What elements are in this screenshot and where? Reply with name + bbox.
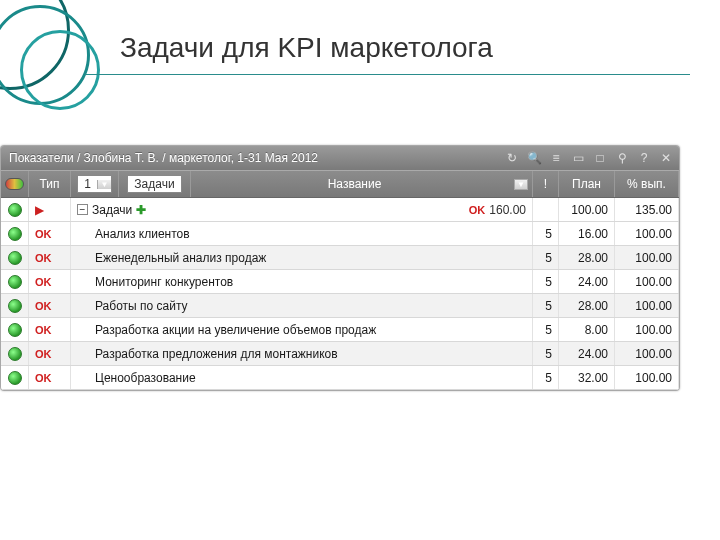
chevron-down-icon[interactable]: ▼ — [514, 179, 528, 190]
collapse-toggle[interactable]: − — [77, 204, 88, 215]
pct-header[interactable]: % вып. — [615, 171, 679, 197]
status-green-icon — [8, 227, 22, 241]
ok-badge: OK — [35, 276, 52, 288]
name-header-label: Название — [195, 177, 514, 191]
plan-cell: 28.00 — [559, 246, 615, 269]
rank-spinner[interactable]: 1 ▼ — [77, 175, 112, 193]
plan-cell: 100.00 — [559, 198, 615, 221]
table-row[interactable]: OKЦенообразование532.00100.00 — [1, 366, 679, 390]
table-row[interactable]: OKРазработка акции на увеличение объемов… — [1, 318, 679, 342]
table-row[interactable]: OKМониторинг конкурентов524.00100.00 — [1, 270, 679, 294]
decor-circle — [20, 30, 100, 110]
filter-icon[interactable]: ≡ — [547, 150, 565, 166]
status-green-icon — [8, 251, 22, 265]
plan-cell: 32.00 — [559, 366, 615, 389]
category-value: Задачи — [128, 177, 180, 191]
add-icon[interactable]: ✚ — [136, 203, 146, 217]
column-header-row: Тип 1 ▼ Задачи Название ▼ ! План % вып. — [1, 170, 679, 198]
help-icon[interactable]: ? — [635, 150, 653, 166]
pin-icon[interactable]: ⚲ — [613, 150, 631, 166]
status-cell — [1, 294, 29, 317]
summary-total: 160.00 — [489, 203, 526, 217]
kpi-window: Показатели / Злобина Т. В. / маркетолог,… — [0, 145, 680, 391]
plan-cell: 8.00 — [559, 318, 615, 341]
ok-badge: OK — [35, 300, 52, 312]
table-row[interactable]: OKАнализ клиентов516.00100.00 — [1, 222, 679, 246]
priority-cell: 5 — [533, 246, 559, 269]
search-icon[interactable]: 🔍 — [525, 150, 543, 166]
status-cell — [1, 318, 29, 341]
status-cell — [1, 342, 29, 365]
pct-cell: 100.00 — [615, 222, 679, 245]
priority-cell: 5 — [533, 342, 559, 365]
status-cell — [1, 270, 29, 293]
table-row[interactable]: OKРаботы по сайту528.00100.00 — [1, 294, 679, 318]
type-cell: OK — [29, 294, 71, 317]
priority-cell: 5 — [533, 318, 559, 341]
pct-cell: 100.00 — [615, 294, 679, 317]
name-cell[interactable]: Анализ клиентов — [71, 222, 533, 245]
type-header[interactable]: Тип — [29, 171, 71, 197]
priority-cell: 5 — [533, 294, 559, 317]
table-summary-row[interactable]: ▶ − Задачи ✚ OK 160.00 100.00 135.00 — [1, 198, 679, 222]
ok-badge: OK — [35, 252, 52, 264]
split-icon[interactable]: □ — [591, 150, 609, 166]
plan-cell: 24.00 — [559, 342, 615, 365]
status-green-icon — [8, 299, 22, 313]
ok-badge: OK — [35, 324, 52, 336]
traffic-light-icon — [5, 178, 24, 190]
title-underline — [85, 74, 690, 75]
priority-header[interactable]: ! — [533, 171, 559, 197]
ok-badge: OK — [35, 372, 52, 384]
rank-header[interactable]: 1 ▼ — [71, 171, 119, 197]
refresh-icon[interactable]: ↻ — [503, 150, 521, 166]
summary-ok-badge: OK — [469, 204, 486, 216]
summary-name-cell[interactable]: − Задачи ✚ OK 160.00 — [71, 198, 533, 221]
priority-cell: 5 — [533, 270, 559, 293]
name-cell[interactable]: Разработка предложения для монтажников — [71, 342, 533, 365]
type-cell: ▶ — [29, 198, 71, 221]
status-green-icon — [8, 275, 22, 289]
name-cell[interactable]: Еженедельный анализ продаж — [71, 246, 533, 269]
pct-cell: 100.00 — [615, 246, 679, 269]
table-row[interactable]: OKЕженедельный анализ продаж528.00100.00 — [1, 246, 679, 270]
status-header[interactable] — [1, 171, 29, 197]
flag-icon: ▶ — [35, 203, 44, 217]
pct-cell: 135.00 — [615, 198, 679, 221]
table-row[interactable]: OKРазработка предложения для монтажников… — [1, 342, 679, 366]
status-green-icon — [8, 203, 22, 217]
category-dropdown[interactable]: Задачи — [127, 175, 181, 193]
type-cell: OK — [29, 366, 71, 389]
window-title-bar[interactable]: Показатели / Злобина Т. В. / маркетолог,… — [1, 146, 679, 170]
status-cell — [1, 222, 29, 245]
chevron-down-icon[interactable]: ▼ — [97, 180, 111, 189]
name-cell[interactable]: Мониторинг конкурентов — [71, 270, 533, 293]
status-green-icon — [8, 347, 22, 361]
type-cell: OK — [29, 318, 71, 341]
plan-cell: 16.00 — [559, 222, 615, 245]
name-cell[interactable]: Разработка акции на увеличение объемов п… — [71, 318, 533, 341]
page-title: Задачи для KPI маркетолога — [120, 32, 493, 64]
status-green-icon — [8, 323, 22, 337]
name-cell[interactable]: Работы по сайту — [71, 294, 533, 317]
pct-cell: 100.00 — [615, 342, 679, 365]
name-header[interactable]: Название ▼ — [191, 171, 533, 197]
plan-cell: 28.00 — [559, 294, 615, 317]
close-icon[interactable]: ✕ — [657, 150, 675, 166]
name-cell[interactable]: Ценообразование — [71, 366, 533, 389]
summary-label: Задачи — [92, 203, 132, 217]
window-title: Показатели / Злобина Т. В. / маркетолог,… — [5, 151, 499, 165]
category-header[interactable]: Задачи — [119, 171, 191, 197]
plan-header[interactable]: План — [559, 171, 615, 197]
ok-badge: OK — [35, 348, 52, 360]
type-cell: OK — [29, 342, 71, 365]
pct-cell: 100.00 — [615, 366, 679, 389]
priority-cell: 5 — [533, 222, 559, 245]
plan-cell: 24.00 — [559, 270, 615, 293]
type-cell: OK — [29, 246, 71, 269]
collapse-icon[interactable]: ▭ — [569, 150, 587, 166]
pct-cell: 100.00 — [615, 318, 679, 341]
priority-cell — [533, 198, 559, 221]
pct-cell: 100.00 — [615, 270, 679, 293]
ok-badge: OK — [35, 228, 52, 240]
